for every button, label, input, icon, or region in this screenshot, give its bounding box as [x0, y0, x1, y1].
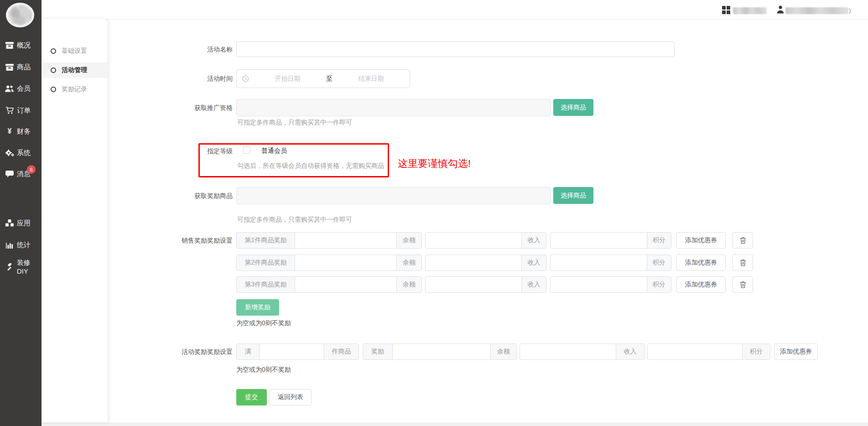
sidebar-item-apps[interactable]: 应用	[0, 213, 42, 234]
level-checkbox[interactable]	[243, 146, 250, 154]
points-addon: 积分	[647, 276, 671, 293]
points-amount-input[interactable]	[550, 232, 647, 249]
points-amount-input[interactable]	[550, 255, 647, 271]
header-divider	[42, 19, 868, 20]
add-reward-button[interactable]: 新增奖励	[236, 299, 279, 316]
circle-icon	[51, 87, 56, 92]
user-icon[interactable]	[777, 5, 784, 16]
goods-count-input[interactable]	[259, 343, 324, 360]
finance-icon: ¥	[5, 127, 15, 135]
reward-goods-label: 获取奖励商品	[137, 191, 233, 200]
add-coupon-button[interactable]: 添加优惠券	[774, 343, 818, 360]
promo-goods-input[interactable]	[236, 99, 551, 116]
points-addon: 积分	[647, 255, 671, 271]
end-date-placeholder: 结束日期	[333, 75, 410, 83]
sidebar-item-label: 应用	[17, 219, 31, 228]
messages-icon	[5, 171, 15, 177]
sales-reward-row: 第1件商品奖励 余额 收入 积分 添加优惠券	[236, 232, 753, 249]
sidebar-item-finance[interactable]: ¥ 财务	[0, 121, 42, 142]
sales-reward-row: 第2件商品奖励 余额 收入 积分 添加优惠券	[236, 255, 753, 271]
reward-goods-input[interactable]	[236, 187, 551, 204]
sidebar-item-goods[interactable]: 商品	[0, 57, 42, 78]
sidebar-item-label: 订单	[17, 106, 31, 115]
sales-reward-note: 为空或为0则不奖励	[236, 319, 291, 327]
bottom-scroll-strip[interactable]	[42, 422, 868, 426]
grid-menu-icon[interactable]	[722, 6, 731, 16]
sidebar-item-label: 系统	[17, 149, 31, 157]
reward-addon: 奖励	[363, 343, 393, 360]
apps-icon	[5, 219, 15, 227]
submit-button[interactable]: 提交	[236, 389, 267, 405]
store-logo[interactable]	[6, 3, 34, 27]
system-icon	[5, 149, 15, 156]
submenu-item-activity-management[interactable]: 活动管理	[42, 62, 108, 78]
start-date-placeholder: 开始日期	[249, 75, 326, 83]
select-goods-button[interactable]: 选择商品	[553, 187, 593, 204]
level-label: 指定等级	[137, 146, 233, 156]
delete-row-button[interactable]	[733, 232, 753, 249]
delete-row-button[interactable]	[733, 276, 753, 293]
sales-reward-label: 销售奖励奖励设置	[137, 236, 233, 245]
username-redacted[interactable]	[785, 7, 848, 14]
submenu-panel: 基础设置 活动管理 奖励记录	[42, 19, 108, 422]
income-addon: 收入	[521, 232, 546, 249]
activity-reward-label: 活动奖励奖励设置	[137, 347, 233, 356]
income-amount-input[interactable]	[425, 232, 522, 249]
income-amount-input[interactable]	[425, 255, 522, 271]
balance-amount-input[interactable]	[295, 255, 397, 271]
delete-row-button[interactable]	[733, 255, 753, 271]
main-sidebar: 概况 商品 会员 订单 ¥ 财务 系统	[0, 0, 42, 426]
activity-reward-row: 满 件商品 奖励 余额 收入 积分 添加优惠券	[236, 343, 818, 360]
points-addon: 积分	[647, 232, 671, 249]
activity-name-label: 活动名称	[137, 45, 233, 54]
sidebar-item-label: 装修DIY	[17, 259, 42, 275]
submenu-item-label: 基础设置	[62, 47, 87, 55]
balance-amount-input[interactable]	[392, 343, 491, 360]
row-prefix-addon: 第2件商品奖励	[236, 255, 295, 271]
back-to-list-button[interactable]: 返回列表	[270, 389, 312, 405]
select-goods-button[interactable]: 选择商品	[553, 99, 593, 116]
income-amount-input[interactable]	[520, 343, 616, 360]
add-coupon-button[interactable]: 添加优惠券	[676, 276, 726, 293]
sidebar-item-system[interactable]: 系统	[0, 142, 42, 163]
activity-name-input[interactable]	[236, 42, 675, 57]
sidebar-item-members[interactable]: 会员	[0, 78, 42, 99]
red-annotation-text: 这里要谨慎勾选!	[398, 157, 471, 171]
activity-time-label: 活动时间	[137, 74, 233, 83]
sidebar-item-label: 概况	[17, 41, 31, 50]
income-amount-input[interactable]	[425, 276, 522, 293]
circle-icon	[51, 68, 56, 73]
date-separator: 至	[326, 75, 333, 83]
income-addon: 收入	[616, 343, 645, 360]
submenu-item-label: 活动管理	[62, 66, 87, 74]
points-amount-input[interactable]	[550, 276, 647, 293]
submenu-item-basic-settings[interactable]: 基础设置	[42, 43, 108, 59]
store-name-redacted[interactable]	[733, 7, 767, 14]
balance-addon: 余额	[490, 343, 517, 360]
sidebar-item-overview[interactable]: 概况	[0, 35, 42, 56]
promo-qualification-label: 获取推广资格	[137, 103, 233, 112]
sidebar-item-diy[interactable]: 装修DIY	[0, 256, 42, 277]
sidebar-item-label: 会员	[17, 84, 31, 93]
date-range-picker[interactable]: 开始日期 至 结束日期	[236, 69, 410, 88]
add-coupon-button[interactable]: 添加优惠券	[676, 255, 726, 271]
points-amount-input[interactable]	[647, 343, 743, 360]
members-icon	[5, 85, 15, 92]
row-prefix-addon: 第3件商品奖励	[236, 276, 295, 293]
sidebar-item-stats[interactable]: 统计	[0, 234, 42, 255]
add-coupon-button[interactable]: 添加优惠券	[676, 232, 726, 249]
sidebar-item-orders[interactable]: 订单	[0, 100, 42, 121]
balance-amount-input[interactable]	[295, 276, 397, 293]
balance-amount-input[interactable]	[295, 232, 397, 249]
orders-icon	[5, 107, 15, 114]
trash-icon	[740, 237, 746, 244]
submenu-item-label: 奖励记录	[62, 85, 87, 94]
sidebar-item-label: 统计	[17, 241, 31, 249]
circle-icon	[51, 48, 56, 54]
income-addon: 收入	[521, 255, 546, 271]
overview-icon	[5, 42, 15, 49]
user-suffix: )	[849, 7, 851, 14]
submenu-item-reward-records[interactable]: 奖励记录	[42, 82, 108, 97]
sidebar-item-messages[interactable]: 消息	[0, 163, 42, 184]
sidebar-item-label: 财务	[17, 127, 31, 136]
